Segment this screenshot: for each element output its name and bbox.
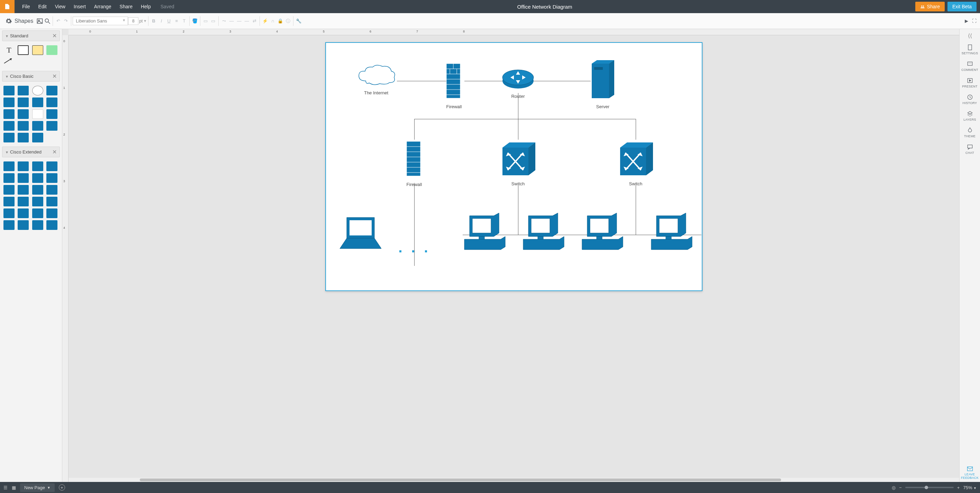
connector[interactable] <box>636 183 636 235</box>
node-internet[interactable]: The Internet <box>355 63 397 95</box>
cisco-shape[interactable] <box>46 197 57 206</box>
node-router[interactable]: Router <box>501 63 535 99</box>
underline-icon[interactable]: U <box>165 17 173 25</box>
close-icon[interactable]: ✕ <box>52 32 57 39</box>
rp-theme[interactable]: THEME <box>959 125 980 140</box>
menu-share[interactable]: Share <box>116 2 136 11</box>
cisco-shape[interactable] <box>46 185 57 195</box>
cisco-shape[interactable] <box>46 109 57 119</box>
cisco-shape[interactable] <box>32 109 43 119</box>
cisco-shape[interactable] <box>3 121 14 131</box>
diagram-page[interactable]: The Internet Firewall Router Server <box>325 42 702 291</box>
connector[interactable] <box>636 119 636 139</box>
exit-beta-button[interactable]: Exit Beta <box>947 2 977 11</box>
cisco-shape[interactable] <box>3 133 14 143</box>
cisco-shape[interactable] <box>46 133 57 143</box>
shape-text[interactable]: T <box>3 45 14 55</box>
cisco-shape[interactable] <box>18 109 29 119</box>
cisco-shape[interactable] <box>18 121 29 131</box>
node-pc[interactable] <box>461 212 506 253</box>
connector[interactable] <box>414 119 415 139</box>
rp-feedback[interactable]: LEAVEFEEDBACK <box>959 463 980 482</box>
document-title[interactable]: Office Network Diagram <box>174 4 915 10</box>
rp-settings[interactable]: SETTINGS <box>959 42 980 57</box>
connector[interactable] <box>518 119 519 139</box>
line-curve-icon[interactable]: ⤳ <box>220 17 228 25</box>
rp-present[interactable]: PRESENT <box>959 75 980 90</box>
cisco-shape[interactable] <box>32 97 43 107</box>
cisco-shape[interactable] <box>46 86 57 95</box>
shape-line[interactable] <box>3 57 14 67</box>
connector[interactable] <box>532 81 591 81</box>
rp-history[interactable]: HISTORY <box>959 92 980 107</box>
node-switch-2[interactable]: Switch <box>617 139 655 186</box>
node-pc[interactable] <box>520 212 565 253</box>
menu-arrange[interactable]: Arrange <box>91 2 115 11</box>
redo-icon[interactable]: ↷ <box>62 17 70 25</box>
fill-icon[interactable]: 🪣 <box>191 17 199 25</box>
shapes-button[interactable]: Shapes <box>14 18 33 24</box>
cisco-shape[interactable] <box>3 185 14 195</box>
connector[interactable] <box>397 81 450 81</box>
magnet-icon[interactable]: ∩ <box>269 17 277 25</box>
text-format-icon[interactable]: T <box>180 17 188 25</box>
close-icon[interactable]: ✕ <box>52 73 57 79</box>
collapse-panel-icon[interactable]: ⟨⟨ <box>959 31 980 40</box>
rp-chat[interactable]: CHAT <box>959 141 980 157</box>
connector[interactable] <box>465 81 504 81</box>
line-swap-icon[interactable]: ⇄ <box>251 17 258 25</box>
cisco-shape[interactable] <box>3 197 14 206</box>
node-switch-1[interactable]: Switch <box>499 139 537 186</box>
page-tab[interactable]: New Page ▼ <box>20 483 55 492</box>
menu-file[interactable]: File <box>19 2 33 11</box>
cisco-shape[interactable] <box>18 97 29 107</box>
line-end-icon[interactable]: — <box>243 17 251 25</box>
node-pc[interactable] <box>579 212 624 253</box>
add-page-icon[interactable]: + <box>59 484 65 491</box>
cisco-shape[interactable] <box>46 220 57 230</box>
cisco-shape[interactable] <box>18 185 29 195</box>
font-family-select[interactable]: Liberation Sans ▼ <box>73 17 128 25</box>
zoom-slider[interactable] <box>905 487 954 488</box>
node-firewall[interactable]: Firewall <box>444 60 465 109</box>
list-view-icon[interactable]: ☰ <box>3 485 8 490</box>
node-firewall-2[interactable]: Firewall <box>404 138 425 187</box>
cisco-shape[interactable] <box>46 97 57 107</box>
search-icon[interactable] <box>44 17 51 25</box>
menu-view[interactable]: View <box>52 2 69 11</box>
category-standard[interactable]: ▼Standard ✕ <box>2 30 60 41</box>
cisco-shape[interactable] <box>3 86 14 95</box>
rp-comment[interactable]: COMMENT <box>959 59 980 74</box>
zoom-out-icon[interactable]: − <box>899 485 902 490</box>
documents-icon[interactable] <box>0 0 14 13</box>
cisco-shape[interactable] <box>46 162 57 171</box>
lock-icon[interactable]: 🔒 <box>277 17 284 25</box>
bold-icon[interactable]: B <box>150 17 158 25</box>
cisco-shape[interactable] <box>46 121 57 131</box>
category-cisco-basic[interactable]: ▼Cisco Basic ✕ <box>2 71 60 82</box>
rp-layers[interactable]: LAYERS <box>959 108 980 124</box>
cisco-shape[interactable] <box>32 86 43 95</box>
italic-icon[interactable]: I <box>158 17 165 25</box>
cisco-shape[interactable] <box>3 162 14 171</box>
menu-edit[interactable]: Edit <box>35 2 50 11</box>
compass-icon[interactable]: ◎ <box>892 485 896 490</box>
cisco-shape[interactable] <box>32 121 43 131</box>
shape-note[interactable] <box>32 45 43 55</box>
cisco-shape[interactable] <box>18 133 29 143</box>
grid-view-icon[interactable]: ▦ <box>12 485 16 490</box>
cisco-shape[interactable] <box>32 162 43 171</box>
cisco-shape[interactable] <box>3 220 14 230</box>
cisco-shape[interactable] <box>3 97 14 107</box>
node-server[interactable]: Server <box>589 59 617 109</box>
close-icon[interactable]: ✕ <box>52 149 57 155</box>
cisco-shape[interactable] <box>46 173 57 183</box>
font-size-input[interactable] <box>128 17 138 25</box>
cisco-shape[interactable] <box>18 173 29 183</box>
actions-icon[interactable]: ⚡ <box>261 17 269 25</box>
cisco-shape[interactable] <box>32 208 43 218</box>
cisco-shape[interactable] <box>3 109 14 119</box>
node-pc[interactable] <box>648 212 693 253</box>
fullscreen-icon[interactable]: ⛶ <box>970 17 978 25</box>
menu-help[interactable]: Help <box>137 2 154 11</box>
